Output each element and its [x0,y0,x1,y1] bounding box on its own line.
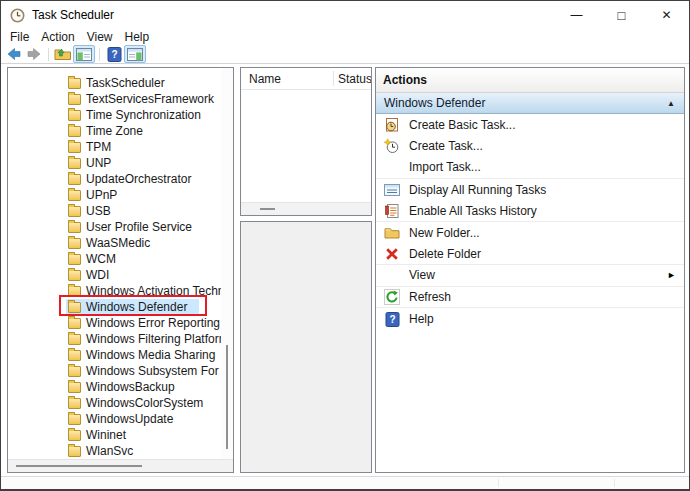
folder-icon [68,350,81,361]
task-list-panel: Name Status [240,67,372,216]
tree-item[interactable]: Windows Filtering Platform [8,331,233,347]
folder-icon [68,222,81,233]
tree-item[interactable]: WindowsBackup [8,379,233,395]
tree-horizontal-scrollbar[interactable] [8,459,233,472]
create-basic-task-icon [384,117,400,133]
tree-item[interactable]: Windows Error Reporting [8,315,233,331]
tree-horizontal-scrollbar-thumb[interactable] [16,465,142,467]
tree-item[interactable]: Time Zone [8,123,233,139]
tree-item[interactable]: TaskScheduler [8,75,233,91]
menu-file[interactable]: File [4,30,35,44]
console-tree-panel: TaskScheduler TextServicesFramework Time… [7,67,234,473]
task-list-horizontal-scrollbar-thumb[interactable] [260,208,275,210]
tree-item[interactable]: WindowsUpdate [8,411,233,427]
tree-item[interactable]: TextServicesFramework [8,91,233,107]
action-enable-all-tasks-history[interactable]: Enable All Tasks History [376,200,684,222]
action-create-basic-task[interactable]: Create Basic Task... [376,114,684,136]
column-header-status[interactable]: Status [338,72,372,86]
status-bar-divider [614,479,615,487]
column-divider[interactable] [333,71,334,86]
actions-group-header[interactable]: Windows Defender ▲ [376,93,684,114]
close-button[interactable]: ✕ [644,1,689,29]
maximize-button[interactable]: □ [599,1,644,29]
tree-item[interactable]: WlanSvc [8,443,233,459]
action-display-all-running-tasks[interactable]: Display All Running Tasks [376,179,684,201]
tree-item[interactable]: UNP [8,155,233,171]
back-button[interactable] [4,45,24,63]
folder-icon [68,78,81,89]
up-folder-button[interactable] [53,45,73,63]
action-refresh[interactable]: Refresh [376,287,684,309]
tree-item[interactable]: WCM [8,251,233,267]
folder-icon [68,158,81,169]
tree-item[interactable]: UpdateOrchestrator [8,171,233,187]
title-bar[interactable]: Task Scheduler — □ ✕ [1,1,689,29]
tree-item[interactable]: Windows Media Sharing [8,347,233,363]
show-action-pane-toggle[interactable] [124,45,146,63]
window-title: Task Scheduler [32,8,114,22]
svg-text:?: ? [111,49,117,60]
help-button[interactable]: ? [104,45,124,63]
action-create-task[interactable]: Create Task... [376,136,684,158]
tree-item[interactable]: User Profile Service [8,219,233,235]
task-list-header: Name Status [241,68,371,90]
action-delete-folder[interactable]: Delete Folder [376,244,684,266]
minimize-button[interactable]: — [554,1,599,29]
tree-item[interactable]: USB [8,203,233,219]
console-tree: TaskScheduler TextServicesFramework Time… [8,75,233,473]
folder-icon [68,430,81,441]
new-folder-icon [384,225,400,241]
tree-item[interactable]: Wininet [8,427,233,443]
tree-item[interactable]: UPnP [8,187,233,203]
status-bar [1,476,689,489]
folder-icon [68,110,81,121]
tree-item[interactable]: Windows Subsystem For Lir [8,363,233,379]
task-list-horizontal-scrollbar[interactable] [241,202,371,215]
forward-button[interactable] [24,45,44,63]
action-new-folder[interactable]: New Folder... [376,222,684,244]
folder-icon [68,270,81,281]
actions-panel: Actions Windows Defender ▲ Create Basic … [375,67,685,473]
column-header-name[interactable]: Name [241,72,281,86]
task-scheduler-window: Task Scheduler — □ ✕ File Action View He… [0,0,690,491]
tree-vertical-scrollbar-thumb[interactable] [226,345,228,449]
show-action-pane-icon [127,48,143,61]
menu-help[interactable]: Help [119,30,156,44]
folder-icon [68,94,81,105]
back-icon [6,47,22,61]
folder-icon [68,334,81,345]
menu-action[interactable]: Action [35,30,80,44]
tree-item[interactable]: Time Synchronization [8,107,233,123]
menu-view[interactable]: View [81,30,119,44]
folder-icon [68,398,81,409]
folder-icon [68,414,81,425]
svg-text:?: ? [389,314,395,325]
folder-icon [68,190,81,201]
action-view[interactable]: View ► [376,265,684,287]
actions-pane-title-text: Actions [383,73,427,87]
folder-icon [68,366,81,377]
folder-icon [68,126,81,137]
task-preview-panel [240,221,372,473]
actions-list: Create Basic Task... Create Task... Impo… [376,114,684,330]
toolbar-separator [48,48,49,61]
help-icon: ? [107,47,122,62]
tree-item[interactable]: WaaSMedic [8,235,233,251]
action-help[interactable]: ? Help [376,308,684,330]
enable-all-tasks-history-icon [384,203,400,219]
blank-icon [384,267,400,283]
status-bar-divider [498,479,499,487]
tree-vertical-scrollbar[interactable] [221,68,233,459]
tree-item[interactable]: TPM [8,139,233,155]
collapse-icon[interactable]: ▲ [667,99,675,108]
action-import-task[interactable]: Import Task... [376,157,684,179]
show-console-tree-toggle[interactable] [73,45,95,63]
folder-icon [68,446,81,457]
tree-item[interactable]: WindowsColorSystem [8,395,233,411]
folder-icon [68,254,81,265]
actions-group-title: Windows Defender [384,96,485,110]
folder-icon [68,142,81,153]
submenu-arrow-icon: ► [667,270,676,280]
annotation-red-box [59,295,207,316]
tree-item[interactable]: WDI [8,267,233,283]
